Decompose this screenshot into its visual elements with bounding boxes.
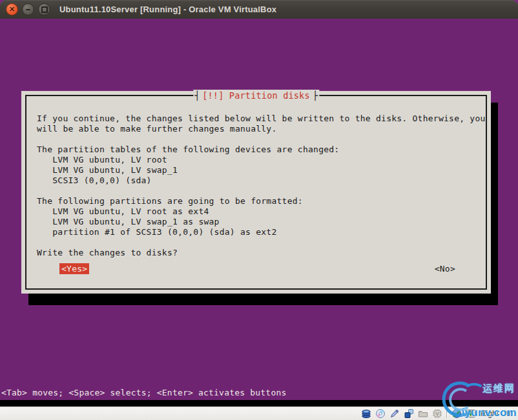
virtualization-features-icon[interactable]: V <box>432 408 442 419</box>
maximize-icon <box>41 6 48 13</box>
dialog-frame: ┤[!!] Partition disks├ If you continue, … <box>25 95 487 290</box>
close-icon: ✕ <box>9 6 15 13</box>
hard-disks-icon[interactable] <box>361 408 371 419</box>
usb-devices-icon[interactable] <box>389 408 400 419</box>
yes-button[interactable]: <Yes> <box>59 263 89 274</box>
vbox-statusbar: V Right Ctrl <box>0 406 518 420</box>
no-button[interactable]: <No> <box>433 263 457 274</box>
window-titlebar: ✕ Ubuntu11.10Server [Running] - Oracle V… <box>0 0 518 19</box>
statusbar-separator <box>446 410 448 418</box>
vm-screen-bottom-edge <box>0 400 518 406</box>
partition-disks-dialog: ┤[!!] Partition disks├ If you continue, … <box>21 91 491 294</box>
installer-help-line: <Tab> moves; <Space> selects; <Enter> ac… <box>1 388 286 397</box>
border-tick-right: ├ <box>313 90 318 101</box>
dialog-buttons: <Yes> <No> <box>59 263 457 274</box>
window-title: Ubuntu11.10Server [Running] - Oracle VM … <box>59 5 276 14</box>
minimize-icon <box>26 9 30 10</box>
optical-drives-icon[interactable] <box>375 408 386 419</box>
mouse-integration-icon[interactable] <box>451 408 462 419</box>
dialog-body-text: If you continue, the changes listed belo… <box>37 114 486 258</box>
keyboard-capture-icon[interactable] <box>466 408 476 419</box>
shared-folders-icon[interactable] <box>418 408 428 419</box>
host-key-label: Right Ctrl <box>481 409 513 418</box>
close-button[interactable]: ✕ <box>6 3 18 15</box>
maximize-button[interactable] <box>38 3 50 15</box>
network-adapters-icon[interactable] <box>404 408 414 419</box>
dialog-title-text: [!!] Partition disks <box>200 90 313 101</box>
vm-screen: ┤[!!] Partition disks├ If you continue, … <box>0 19 518 400</box>
dialog-title: ┤[!!] Partition disks├ <box>193 90 319 101</box>
minimize-button[interactable] <box>22 3 34 15</box>
svg-text:V: V <box>435 411 439 417</box>
